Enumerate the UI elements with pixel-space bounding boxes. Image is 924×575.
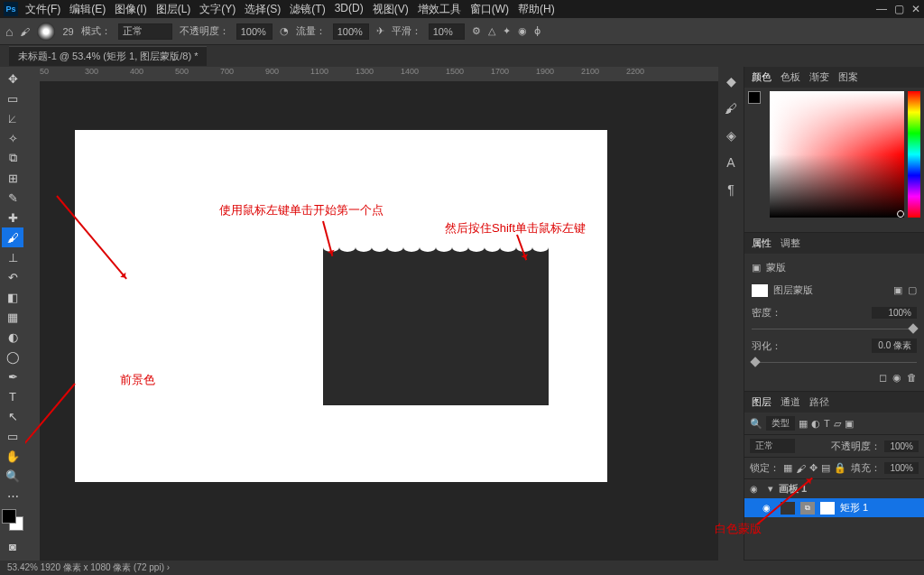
dock-icon[interactable]: A: [726, 155, 735, 170]
pen-tool[interactable]: ✒: [2, 366, 23, 386]
filter-adjust-icon[interactable]: ◐: [811, 418, 820, 430]
shape-tool[interactable]: ▭: [2, 426, 23, 446]
dodge-tool[interactable]: ◯: [2, 347, 23, 366]
zoom-tool[interactable]: 🔍: [2, 466, 23, 486]
canvas[interactable]: 使用鼠标左键单击开始第一个点 然后按住Shift单击鼠标左键 前景色: [75, 130, 607, 482]
hue-slider[interactable]: [908, 91, 920, 218]
move-tool[interactable]: ✥: [2, 69, 23, 88]
airbrush-icon[interactable]: ✈: [376, 25, 384, 37]
menu-item[interactable]: 图像(I): [115, 2, 146, 17]
brush-preview[interactable]: [37, 23, 55, 41]
lasso-tool[interactable]: ⟀: [2, 108, 23, 128]
lock-paint-icon[interactable]: 🖌: [796, 463, 806, 474]
mask-pixel-icon[interactable]: ▣: [893, 284, 902, 296]
tab-layers[interactable]: 图层: [752, 395, 772, 409]
pressure-size-icon[interactable]: ◉: [518, 25, 527, 37]
filter-type[interactable]: 类型: [766, 416, 795, 431]
angle-icon[interactable]: △: [488, 25, 495, 37]
stamp-tool[interactable]: ⊥: [2, 247, 23, 267]
filter-type-icon[interactable]: T: [824, 418, 830, 429]
layer-row[interactable]: ◉ ▾ 画板 1: [744, 479, 924, 498]
tab-pattern[interactable]: 图案: [838, 70, 858, 84]
filter-smart-icon[interactable]: ▣: [845, 418, 854, 430]
artboard-chevron-icon[interactable]: ▾: [768, 483, 773, 495]
maximize-button[interactable]: ▢: [894, 3, 904, 15]
menu-item[interactable]: 窗口(W): [470, 2, 509, 17]
eyedropper-tool[interactable]: ✎: [2, 188, 23, 208]
edit-toolbar[interactable]: ⋯: [2, 486, 23, 505]
visibility-icon[interactable]: ◉: [750, 484, 762, 494]
tab-adjust[interactable]: 调整: [781, 236, 800, 250]
opacity-value[interactable]: 100%: [236, 23, 273, 40]
menu-item[interactable]: 视图(V): [373, 2, 409, 17]
color-picker[interactable]: [744, 88, 924, 232]
flow-value[interactable]: 100%: [333, 23, 369, 40]
eye-icon[interactable]: ◉: [892, 372, 901, 384]
type-tool[interactable]: T: [2, 386, 23, 406]
symmetry-icon[interactable]: ✦: [503, 25, 511, 37]
mask-thumb[interactable]: [820, 502, 835, 515]
close-button[interactable]: ✕: [911, 3, 920, 15]
eraser-tool[interactable]: ◧: [2, 287, 23, 307]
tab-properties[interactable]: 属性: [752, 236, 772, 250]
layer-fill[interactable]: 100%: [884, 462, 919, 474]
feather-value[interactable]: 0.0 像素: [872, 339, 917, 353]
density-value[interactable]: 100%: [872, 307, 917, 319]
filter-shape-icon[interactable]: ▱: [834, 418, 841, 430]
tab-paths[interactable]: 路径: [809, 395, 829, 409]
heal-tool[interactable]: ✚: [2, 208, 23, 227]
mode-dropdown[interactable]: 正常: [118, 23, 172, 40]
link-icon[interactable]: ⧉: [800, 502, 815, 515]
document-tab[interactable]: 未标题-1 @ 53.4% (矩形 1, 图层蒙版/8) *: [9, 46, 207, 66]
color-swatches[interactable]: [2, 509, 23, 531]
menu-item[interactable]: 图层(L): [156, 2, 191, 17]
foreground-color[interactable]: [2, 509, 16, 524]
lock-all-icon[interactable]: 🔒: [834, 462, 846, 474]
color-spectrum[interactable]: [770, 91, 904, 218]
tab-color[interactable]: 颜色: [752, 70, 772, 84]
tab-gradient[interactable]: 渐变: [809, 70, 829, 84]
smooth-value[interactable]: 10%: [429, 23, 465, 40]
fg-swatch[interactable]: [748, 91, 761, 104]
dock-icon[interactable]: ¶: [727, 182, 735, 197]
menu-item[interactable]: 选择(S): [245, 2, 281, 17]
menu-item[interactable]: 增效工具: [418, 2, 461, 17]
layer-row[interactable]: ◉ ⧉ 矩形 1: [744, 498, 924, 517]
blend-mode[interactable]: 正常: [750, 439, 795, 453]
tab-channels[interactable]: 通道: [781, 395, 800, 409]
path-tool[interactable]: ↖: [2, 406, 23, 426]
menu-item[interactable]: 滤镜(T): [290, 2, 325, 17]
mask-vector-icon[interactable]: ▢: [908, 284, 917, 296]
lock-pos-icon[interactable]: ✥: [809, 462, 818, 474]
menu-item[interactable]: 3D(D): [335, 2, 364, 17]
layer-opacity[interactable]: 100%: [884, 441, 919, 452]
dock-icon[interactable]: 🖌: [725, 101, 737, 116]
wand-tool[interactable]: ✧: [2, 128, 23, 148]
blur-tool[interactable]: ◐: [2, 327, 23, 347]
crop-tool[interactable]: ⧉: [2, 148, 23, 168]
filter-pixel-icon[interactable]: ▦: [799, 418, 808, 430]
hand-tool[interactable]: ✋: [2, 446, 23, 466]
gradient-tool[interactable]: ▦: [2, 307, 23, 327]
dock-icon[interactable]: ◆: [726, 74, 736, 88]
tab-swatches[interactable]: 色板: [781, 70, 800, 84]
filter-icon[interactable]: 🔍: [750, 418, 762, 430]
butterfly-icon[interactable]: ɸ: [534, 25, 541, 37]
feather-slider[interactable]: [752, 362, 917, 363]
gear-icon[interactable]: ⚙: [472, 25, 481, 37]
marquee-tool[interactable]: ▭: [2, 88, 23, 108]
brush-tool-icon[interactable]: 🖌: [20, 26, 30, 37]
pressure-opacity-icon[interactable]: ◔: [280, 25, 289, 37]
lock-trans-icon[interactable]: ▦: [783, 462, 792, 474]
quickmask-toggle[interactable]: ◙: [2, 536, 23, 556]
menu-item[interactable]: 文件(F): [25, 2, 60, 17]
trash-icon[interactable]: 🗑: [907, 372, 917, 384]
history-brush-tool[interactable]: ↶: [2, 267, 23, 287]
menu-item[interactable]: 文字(Y): [199, 2, 236, 17]
brush-tool[interactable]: 🖌: [2, 227, 23, 247]
lock-nest-icon[interactable]: ▤: [821, 462, 830, 474]
dock-icon[interactable]: ◈: [726, 128, 736, 143]
frame-tool[interactable]: ⊞: [2, 168, 23, 188]
density-slider[interactable]: [752, 329, 917, 329]
home-icon[interactable]: ⌂: [5, 24, 13, 39]
